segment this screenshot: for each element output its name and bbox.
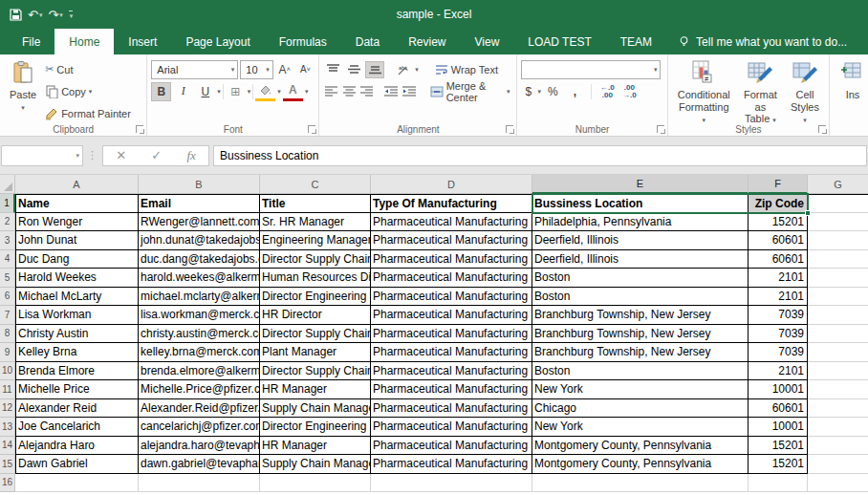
- enter-icon[interactable]: ✓: [151, 148, 162, 162]
- cell-C5[interactable]: Human Resources Dir: [260, 269, 371, 288]
- cell-G12[interactable]: [808, 399, 868, 419]
- cut-button[interactable]: ✂ Cut: [42, 59, 134, 79]
- cell-E6[interactable]: Boston: [532, 288, 749, 307]
- cell-B16[interactable]: [139, 474, 260, 493]
- cancel-icon[interactable]: ✕: [116, 148, 126, 162]
- cell-E5[interactable]: Boston: [532, 269, 749, 288]
- cell-G1[interactable]: [808, 194, 868, 213]
- cell-B2[interactable]: RWenger@lannett.com: [139, 213, 260, 232]
- column-header-G[interactable]: G: [808, 175, 868, 194]
- cell-D16[interactable]: [371, 474, 532, 493]
- row-header-4[interactable]: 4: [0, 250, 15, 269]
- undo-icon[interactable]: ↶▾: [28, 9, 42, 21]
- copy-button[interactable]: Copy ▾: [42, 81, 134, 101]
- format-as-table-dropdown-arrow[interactable]: ▾: [772, 117, 776, 123]
- cell-B10[interactable]: brenda.elmore@alkermes.com: [139, 362, 260, 381]
- cell-B13[interactable]: cancelarichj@pfizer.com: [139, 418, 260, 437]
- row-header-5[interactable]: 5: [0, 269, 15, 288]
- cell-A6[interactable]: Michael McLarty: [15, 288, 139, 307]
- tab-team[interactable]: TEAM: [606, 29, 666, 54]
- cell-A15[interactable]: Dawn Gabriel: [15, 455, 139, 474]
- middle-align-icon[interactable]: [344, 61, 363, 78]
- merge-center-button[interactable]: Merge & Center ▾: [427, 79, 513, 104]
- row-header-3[interactable]: 3: [0, 231, 15, 250]
- cell-G6[interactable]: [808, 288, 868, 307]
- cell-A16[interactable]: [15, 474, 139, 493]
- cell-E11[interactable]: New York: [532, 380, 749, 399]
- cell-G13[interactable]: [808, 418, 868, 437]
- cell-F3[interactable]: 60601: [749, 231, 808, 250]
- cell-D15[interactable]: Pharmaceutical Manufacturing: [371, 455, 532, 474]
- cell-F8[interactable]: 7039: [749, 325, 808, 344]
- cell-E16[interactable]: [532, 474, 749, 493]
- cell-B8[interactable]: christy.austin@merck.com: [139, 325, 260, 344]
- cell-D10[interactable]: Pharmaceutical Manufacturing: [371, 362, 532, 381]
- merge-center-dropdown-arrow[interactable]: ▾: [507, 88, 510, 96]
- cell-B14[interactable]: alejandra.haro@tevapharm.com: [139, 437, 260, 456]
- wrap-text-button[interactable]: Wrap Text: [432, 62, 501, 77]
- format-as-table-button[interactable]: Format asTable ▾: [736, 57, 785, 127]
- cell-D7[interactable]: Pharmaceutical Manufacturing: [371, 306, 532, 325]
- cell-C15[interactable]: Supply Chain Manager: [260, 455, 371, 474]
- cell-G7[interactable]: [808, 306, 868, 325]
- row-header-8[interactable]: 8: [0, 325, 15, 344]
- cell-styles-dropdown-arrow[interactable]: ▾: [803, 117, 807, 123]
- increase-decimal-icon[interactable]: ←.0.00: [597, 82, 618, 101]
- cell-F5[interactable]: 2101: [749, 269, 808, 288]
- cell-G16[interactable]: [808, 474, 868, 493]
- row-header-2[interactable]: 2: [0, 213, 15, 232]
- bold-button[interactable]: B: [151, 82, 171, 101]
- cell-F6[interactable]: 2101: [749, 288, 808, 307]
- orientation-dropdown-arrow[interactable]: ▾: [415, 66, 419, 74]
- cell-G2[interactable]: [808, 213, 868, 232]
- cell-B12[interactable]: Alexander.Reid@pfizer.com: [139, 399, 260, 419]
- column-header-D[interactable]: D: [371, 175, 532, 194]
- font-color-icon[interactable]: A: [283, 82, 303, 101]
- clipboard-dialog-launcher-icon[interactable]: [136, 125, 143, 133]
- cell-E3[interactable]: Deerfield, Illinois: [532, 231, 749, 250]
- number-format-combo[interactable]: ▾: [521, 60, 661, 79]
- cell-C7[interactable]: HR Director: [260, 306, 371, 325]
- paste-dropdown-arrow[interactable]: ▾: [21, 104, 25, 112]
- cell-F13[interactable]: 10001: [749, 418, 808, 437]
- row-header-14[interactable]: 14: [0, 437, 15, 456]
- conditional-formatting-dropdown-arrow[interactable]: ▾: [703, 117, 706, 123]
- copy-dropdown-arrow[interactable]: ▾: [89, 88, 93, 96]
- cell-F16[interactable]: [749, 474, 808, 493]
- cell-B5[interactable]: harold.weekes@alkermes.com: [139, 269, 260, 288]
- cell-A3[interactable]: John Dunat: [15, 231, 139, 250]
- column-header-A[interactable]: A: [15, 175, 139, 194]
- bottom-align-icon[interactable]: [365, 61, 384, 78]
- alignment-dialog-launcher-icon[interactable]: [506, 125, 513, 133]
- row-header-9[interactable]: 9: [0, 343, 15, 362]
- cell-C14[interactable]: HR Manager: [260, 437, 371, 456]
- borders-icon[interactable]: ⊞: [226, 82, 246, 101]
- row-header-16[interactable]: 16: [0, 474, 15, 493]
- row-header-13[interactable]: 13: [0, 418, 15, 437]
- formula-bar-splitter[interactable]: ⋮: [87, 149, 98, 161]
- cell-G10[interactable]: [808, 362, 868, 381]
- cell-C8[interactable]: Director Supply Chain: [260, 325, 371, 344]
- cell-F15[interactable]: 15201: [749, 455, 808, 474]
- cell-D5[interactable]: Pharmaceutical Manufacturing: [371, 269, 532, 288]
- cell-C3[interactable]: Engineering Manager: [260, 231, 371, 250]
- cell-C16[interactable]: [260, 474, 371, 493]
- cell-G14[interactable]: [808, 437, 868, 456]
- cell-styles-button[interactable]: CellStyles ▾: [785, 57, 825, 127]
- cell-D6[interactable]: Pharmaceutical Manufacturing: [371, 288, 532, 307]
- tab-view[interactable]: View: [461, 29, 514, 54]
- cell-C6[interactable]: Director Engineering: [260, 288, 371, 307]
- grow-font-button[interactable]: A˄: [275, 60, 294, 79]
- cell-D3[interactable]: Pharmaceutical Manufacturing: [371, 231, 532, 250]
- customize-quick-access-icon[interactable]: ▾: [69, 11, 74, 19]
- cell-A4[interactable]: Duc Dang: [15, 250, 139, 269]
- cell-C10[interactable]: Director Supply Chain: [260, 362, 371, 381]
- save-icon[interactable]: [10, 9, 22, 21]
- decrease-indent-icon[interactable]: [383, 83, 400, 100]
- cell-A7[interactable]: Lisa Workman: [15, 306, 139, 325]
- borders-dropdown-arrow[interactable]: ▾: [248, 88, 251, 96]
- row-header-1[interactable]: 1: [0, 194, 15, 213]
- name-box-dropdown-arrow[interactable]: ▾: [76, 152, 79, 160]
- cell-B3[interactable]: john.dunat@takedajobs.com: [139, 231, 260, 250]
- cell-E7[interactable]: Branchburg Township, New Jersey: [532, 306, 749, 325]
